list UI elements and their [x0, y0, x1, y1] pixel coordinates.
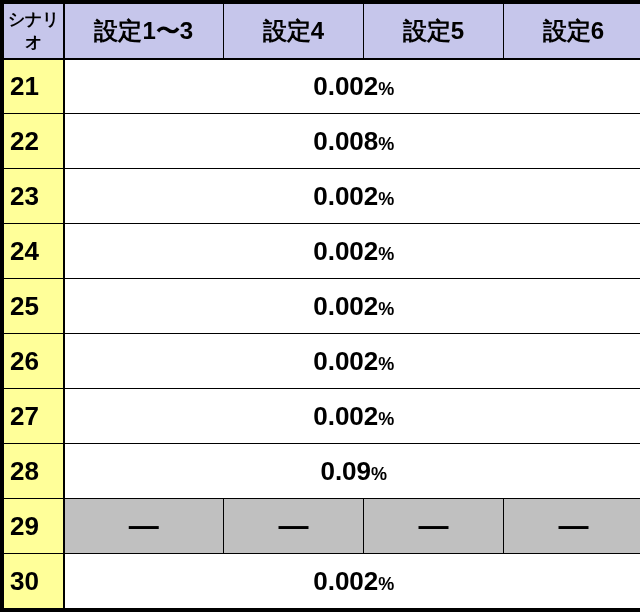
header-col-1: 設定1〜3 [64, 4, 224, 59]
row-value: 0.09% [64, 444, 641, 499]
header-row: シナリオ 設定1〜3 設定4 設定5 設定6 [4, 4, 641, 59]
row-cell-dash: — [364, 499, 504, 554]
row-header: 29 [4, 499, 64, 554]
data-table: シナリオ 設定1〜3 設定4 設定5 設定6 21 0.002% 22 0.00… [3, 3, 640, 609]
table-row: 27 0.002% [4, 389, 641, 444]
row-cell-dash: — [224, 499, 364, 554]
row-value: 0.002% [64, 554, 641, 609]
table-row: 21 0.002% [4, 59, 641, 114]
row-value: 0.002% [64, 169, 641, 224]
table-row: 22 0.008% [4, 114, 641, 169]
row-header: 23 [4, 169, 64, 224]
table-row: 28 0.09% [4, 444, 641, 499]
row-value: 0.002% [64, 334, 641, 389]
row-cell-dash: — [64, 499, 224, 554]
row-header: 24 [4, 224, 64, 279]
row-value: 0.008% [64, 114, 641, 169]
table-row: 26 0.002% [4, 334, 641, 389]
table-row: 23 0.002% [4, 169, 641, 224]
table-body: 21 0.002% 22 0.008% 23 0.002% 24 0.002% … [4, 59, 641, 609]
row-value: 0.002% [64, 224, 641, 279]
row-header: 28 [4, 444, 64, 499]
row-header: 26 [4, 334, 64, 389]
header-col-2: 設定4 [224, 4, 364, 59]
row-header: 27 [4, 389, 64, 444]
row-header: 22 [4, 114, 64, 169]
row-value: 0.002% [64, 59, 641, 114]
row-header: 30 [4, 554, 64, 609]
table-row: 24 0.002% [4, 224, 641, 279]
row-header: 21 [4, 59, 64, 114]
row-header: 25 [4, 279, 64, 334]
table-container: シナリオ 設定1〜3 設定4 設定5 設定6 21 0.002% 22 0.00… [0, 0, 640, 612]
table-row: 30 0.002% [4, 554, 641, 609]
header-corner: シナリオ [4, 4, 64, 59]
row-value: 0.002% [64, 389, 641, 444]
row-value: 0.002% [64, 279, 641, 334]
table-row: 29 — — — — [4, 499, 641, 554]
row-cell-dash: — [504, 499, 641, 554]
header-col-3: 設定5 [364, 4, 504, 59]
header-col-4: 設定6 [504, 4, 641, 59]
table-row: 25 0.002% [4, 279, 641, 334]
